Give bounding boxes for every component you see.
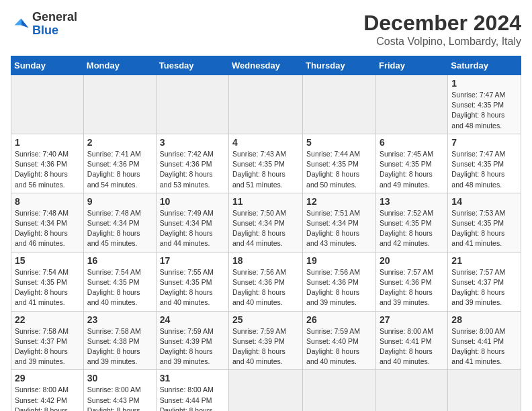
day-number: 10 [160, 196, 225, 207]
day-info: Sunrise: 7:48 AM Sunset: 4:34 PM Dayligh… [15, 208, 80, 249]
calendar-day-cell [375, 370, 447, 411]
calendar-header-cell: Sunday [11, 56, 84, 75]
day-info: Sunrise: 7:56 AM Sunset: 4:36 PM Dayligh… [306, 267, 372, 308]
day-info: Sunrise: 7:44 AM Sunset: 4:35 PM Dayligh… [306, 149, 372, 190]
day-info: Sunrise: 7:54 AM Sunset: 4:35 PM Dayligh… [15, 267, 80, 308]
logo-text: General Blue [32, 11, 77, 38]
day-info: Sunrise: 7:47 AM Sunset: 4:35 PM Dayligh… [451, 149, 517, 190]
day-info: Sunrise: 7:58 AM Sunset: 4:37 PM Dayligh… [15, 326, 80, 367]
calendar-header-cell: Wednesday [229, 56, 303, 75]
calendar-day-cell: 25 Sunrise: 7:59 AM Sunset: 4:39 PM Dayl… [229, 311, 303, 370]
calendar-day-cell [303, 75, 376, 134]
calendar-day-cell: 6 Sunrise: 7:45 AM Sunset: 4:35 PM Dayli… [375, 134, 447, 193]
day-number: 24 [160, 314, 225, 325]
day-info: Sunrise: 7:47 AM Sunset: 4:35 PM Dayligh… [451, 90, 517, 131]
calendar-day-cell: 21 Sunrise: 7:57 AM Sunset: 4:37 PM Dayl… [448, 252, 521, 311]
calendar-week-row: 8 Sunrise: 7:48 AM Sunset: 4:34 PM Dayli… [11, 193, 521, 252]
calendar-day-cell: 23 Sunrise: 7:58 AM Sunset: 4:38 PM Dayl… [83, 311, 156, 370]
calendar-day-cell [448, 370, 521, 411]
calendar-week-row: 1 Sunrise: 7:47 AM Sunset: 4:35 PM Dayli… [11, 75, 521, 134]
day-number: 23 [87, 314, 152, 325]
day-info: Sunrise: 7:42 AM Sunset: 4:36 PM Dayligh… [160, 149, 225, 190]
calendar-day-cell: 2 Sunrise: 7:41 AM Sunset: 4:36 PM Dayli… [83, 134, 156, 193]
title-area: December 2024 Costa Volpino, Lombardy, I… [363, 11, 521, 48]
day-number: 8 [15, 196, 80, 207]
calendar-day-cell: 27 Sunrise: 8:00 AM Sunset: 4:41 PM Dayl… [375, 311, 447, 370]
calendar-day-cell: 9 Sunrise: 7:48 AM Sunset: 4:34 PM Dayli… [83, 193, 156, 252]
calendar-header-cell: Tuesday [156, 56, 228, 75]
calendar-day-cell: 3 Sunrise: 7:42 AM Sunset: 4:36 PM Dayli… [156, 134, 228, 193]
calendar-week-row: 1 Sunrise: 7:40 AM Sunset: 4:36 PM Dayli… [11, 134, 521, 193]
calendar-header-cell: Thursday [303, 56, 376, 75]
day-number: 21 [451, 255, 517, 266]
calendar-day-cell: 5 Sunrise: 7:44 AM Sunset: 4:35 PM Dayli… [303, 134, 376, 193]
calendar-day-cell: 19 Sunrise: 7:56 AM Sunset: 4:36 PM Dayl… [303, 252, 376, 311]
calendar-day-cell: 1 Sunrise: 7:47 AM Sunset: 4:35 PM Dayli… [448, 75, 521, 134]
calendar-table: SundayMondayTuesdayWednesdayThursdayFrid… [11, 56, 521, 411]
day-number: 19 [306, 255, 372, 266]
day-number: 25 [232, 314, 299, 325]
day-number: 14 [451, 196, 517, 207]
day-info: Sunrise: 8:00 AM Sunset: 4:43 PM Dayligh… [87, 385, 152, 411]
day-info: Sunrise: 8:00 AM Sunset: 4:42 PM Dayligh… [15, 385, 80, 411]
calendar-day-cell: 28 Sunrise: 8:00 AM Sunset: 4:41 PM Dayl… [448, 311, 521, 370]
month-title: December 2024 [363, 11, 521, 36]
calendar-day-cell: 12 Sunrise: 7:51 AM Sunset: 4:34 PM Dayl… [303, 193, 376, 252]
day-number: 1 [15, 137, 80, 148]
day-number: 9 [87, 196, 152, 207]
day-info: Sunrise: 7:56 AM Sunset: 4:36 PM Dayligh… [232, 267, 299, 308]
calendar-day-cell: 16 Sunrise: 7:54 AM Sunset: 4:35 PM Dayl… [83, 252, 156, 311]
day-number: 30 [87, 373, 152, 383]
calendar-header-row: SundayMondayTuesdayWednesdayThursdayFrid… [11, 56, 521, 75]
calendar-day-cell: 11 Sunrise: 7:50 AM Sunset: 4:34 PM Dayl… [229, 193, 303, 252]
calendar-day-cell: 17 Sunrise: 7:55 AM Sunset: 4:35 PM Dayl… [156, 252, 228, 311]
day-number: 20 [380, 255, 444, 266]
day-number: 27 [380, 314, 444, 325]
day-number: 15 [15, 255, 80, 266]
calendar-body: 1 Sunrise: 7:47 AM Sunset: 4:35 PM Dayli… [11, 75, 521, 412]
day-number: 18 [232, 255, 299, 266]
logo-icon [11, 15, 30, 34]
day-number: 31 [160, 373, 225, 383]
day-info: Sunrise: 7:59 AM Sunset: 4:40 PM Dayligh… [306, 326, 372, 367]
calendar-day-cell: 31 Sunrise: 8:00 AM Sunset: 4:44 PM Dayl… [156, 370, 228, 411]
day-info: Sunrise: 7:45 AM Sunset: 4:35 PM Dayligh… [380, 149, 444, 190]
calendar-day-cell [229, 370, 303, 411]
day-info: Sunrise: 7:57 AM Sunset: 4:37 PM Dayligh… [451, 267, 517, 308]
day-number: 5 [306, 137, 372, 148]
calendar-day-cell: 30 Sunrise: 8:00 AM Sunset: 4:43 PM Dayl… [83, 370, 156, 411]
calendar-week-row: 29 Sunrise: 8:00 AM Sunset: 4:42 PM Dayl… [11, 370, 521, 411]
day-number: 11 [232, 196, 299, 207]
day-info: Sunrise: 7:49 AM Sunset: 4:34 PM Dayligh… [160, 208, 225, 249]
calendar-day-cell: 22 Sunrise: 7:58 AM Sunset: 4:37 PM Dayl… [11, 311, 84, 370]
calendar-day-cell [11, 75, 84, 134]
day-info: Sunrise: 7:50 AM Sunset: 4:34 PM Dayligh… [232, 208, 299, 249]
calendar-day-cell: 29 Sunrise: 8:00 AM Sunset: 4:42 PM Dayl… [11, 370, 84, 411]
day-info: Sunrise: 7:40 AM Sunset: 4:36 PM Dayligh… [15, 149, 80, 190]
day-info: Sunrise: 7:54 AM Sunset: 4:35 PM Dayligh… [87, 267, 152, 308]
calendar-day-cell: 14 Sunrise: 7:53 AM Sunset: 4:35 PM Dayl… [448, 193, 521, 252]
day-number: 26 [306, 314, 372, 325]
day-info: Sunrise: 7:52 AM Sunset: 4:35 PM Dayligh… [380, 208, 444, 249]
day-info: Sunrise: 7:53 AM Sunset: 4:35 PM Dayligh… [451, 208, 517, 249]
calendar-day-cell: 7 Sunrise: 7:47 AM Sunset: 4:35 PM Dayli… [448, 134, 521, 193]
location-title: Costa Volpino, Lombardy, Italy [363, 36, 521, 48]
day-number: 4 [232, 137, 299, 148]
calendar-header-cell: Friday [375, 56, 447, 75]
day-number: 7 [451, 137, 517, 148]
calendar-day-cell: 15 Sunrise: 7:54 AM Sunset: 4:35 PM Dayl… [11, 252, 84, 311]
day-info: Sunrise: 7:51 AM Sunset: 4:34 PM Dayligh… [306, 208, 372, 249]
day-number: 16 [87, 255, 152, 266]
day-number: 6 [380, 137, 444, 148]
day-info: Sunrise: 7:59 AM Sunset: 4:39 PM Dayligh… [160, 326, 225, 367]
calendar-day-cell: 18 Sunrise: 7:56 AM Sunset: 4:36 PM Dayl… [229, 252, 303, 311]
header: General Blue December 2024 Costa Volpino… [11, 11, 521, 48]
calendar-day-cell: 26 Sunrise: 7:59 AM Sunset: 4:40 PM Dayl… [303, 311, 376, 370]
calendar-week-row: 22 Sunrise: 7:58 AM Sunset: 4:37 PM Dayl… [11, 311, 521, 370]
day-info: Sunrise: 7:58 AM Sunset: 4:38 PM Dayligh… [87, 326, 152, 367]
calendar-day-cell [83, 75, 156, 134]
day-number: 29 [15, 373, 80, 383]
day-info: Sunrise: 8:00 AM Sunset: 4:44 PM Dayligh… [160, 385, 225, 411]
calendar-day-cell [156, 75, 228, 134]
calendar-day-cell: 4 Sunrise: 7:43 AM Sunset: 4:35 PM Dayli… [229, 134, 303, 193]
